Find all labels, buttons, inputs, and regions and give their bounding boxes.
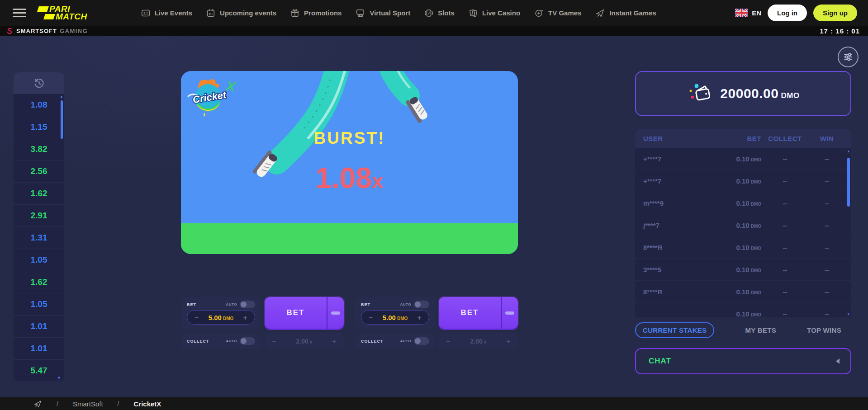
stakes-scroll-down-icon[interactable]: ▼ xyxy=(847,312,850,316)
tab-my-bets[interactable]: MY BETS xyxy=(745,322,776,338)
stake-row: m****9 0.10DMO -- -- xyxy=(635,192,851,214)
bet-button-side[interactable] xyxy=(327,297,344,329)
tab-current-stakes[interactable]: CURRENT STAKES xyxy=(635,322,714,338)
collect-decrease-button[interactable]: − xyxy=(444,337,452,345)
logo-line2: MATCH xyxy=(56,13,87,20)
bet-amount-value: 5.00DMO xyxy=(375,314,415,321)
stakes-tabs: CURRENT STAKES MY BETS TOP WINS xyxy=(635,322,851,338)
stakes-scrollbar[interactable] xyxy=(847,158,850,207)
collect-box: COLLECT AUTO xyxy=(181,333,261,349)
bet-amount-box: BET AUTO − 5.00DMO + xyxy=(355,297,435,329)
right-column: 20000.00DMO USER BET COLLECT WIN +****7 … xyxy=(635,71,851,374)
language-selector[interactable]: EN xyxy=(735,9,761,17)
bet-button-handle-icon xyxy=(331,311,340,315)
history-value[interactable]: 1.05 xyxy=(14,293,64,315)
gift-icon xyxy=(290,8,300,18)
history-value[interactable]: 1.62 xyxy=(14,183,64,204)
rocket-icon xyxy=(595,8,605,18)
history-value[interactable]: 3.82 xyxy=(14,138,64,160)
collect-multiplier-stepper: − 2.00x + xyxy=(265,333,344,349)
history-value[interactable]: 1.31 xyxy=(14,227,64,249)
bet-amount-value: 5.00DMO xyxy=(201,314,241,321)
chat-collapse-icon[interactable] xyxy=(836,358,840,364)
burst-status-text: BURST! xyxy=(181,129,518,148)
bet-increase-button[interactable]: + xyxy=(415,314,423,321)
auto-bet-label: AUTO xyxy=(226,302,237,306)
history-value[interactable]: 1.08 xyxy=(14,94,64,116)
main-nav: 2:1 Live Events Upcoming events Promotio… xyxy=(141,8,656,18)
stake-row: 8****R 0.10DMO -- -- xyxy=(635,281,851,302)
collect-multiplier-value: 2.00x xyxy=(278,338,330,345)
nav-live-events[interactable]: 2:1 Live Events xyxy=(141,8,192,18)
nav-virtual-sport[interactable]: Virtual Sport xyxy=(355,8,410,18)
nav-upcoming-events[interactable]: Upcoming events xyxy=(206,8,276,18)
nav-instant-games[interactable]: Instant Games xyxy=(595,8,656,18)
nav-label: Live Events xyxy=(155,9,192,17)
nav-label: Virtual Sport xyxy=(370,9,410,17)
signup-button[interactable]: Sign up xyxy=(813,5,857,21)
game-settings-button[interactable] xyxy=(838,47,859,67)
auto-collect-toggle[interactable] xyxy=(240,337,255,345)
breadcrumb-provider[interactable]: SmartSoft xyxy=(73,400,103,408)
hamburger-menu-icon[interactable] xyxy=(13,9,26,17)
auto-bet-toggle[interactable] xyxy=(414,301,429,308)
bet-decrease-button[interactable]: − xyxy=(193,314,201,321)
gamepad-icon xyxy=(355,8,365,18)
collect-increase-button[interactable]: + xyxy=(330,337,338,345)
current-stakes-table: USER BET COLLECT WIN +****7 0.10DMO -- -… xyxy=(635,129,851,317)
bet-label: BET xyxy=(187,302,196,307)
collect-increase-button[interactable]: + xyxy=(504,337,512,345)
chat-panel[interactable]: CHAT xyxy=(635,348,851,374)
login-button[interactable]: Log in xyxy=(768,5,807,21)
nav-promotions[interactable]: Promotions xyxy=(290,8,342,18)
history-value[interactable]: 2.56 xyxy=(14,160,64,182)
nav-live-casino[interactable]: Live Casino xyxy=(468,8,520,18)
bet-decrease-button[interactable]: − xyxy=(367,314,375,321)
stake-row: 3****5 0.10DMO -- -- xyxy=(635,259,851,280)
place-bet-button[interactable]: BET xyxy=(265,297,344,329)
header-win: WIN xyxy=(809,135,845,142)
history-scrollbar[interactable] xyxy=(61,100,63,139)
history-value[interactable]: 1.01 xyxy=(14,338,64,359)
cards-icon xyxy=(468,8,478,18)
breadcrumb-separator: / xyxy=(57,400,58,407)
collect-multiplier-value: 2.00x xyxy=(452,338,504,345)
language-code: EN xyxy=(752,9,761,17)
history-header[interactable] xyxy=(14,72,64,94)
logo-block xyxy=(43,14,55,19)
tab-top-wins[interactable]: TOP WINS xyxy=(807,322,841,338)
bet-amount-box: BET AUTO − 5.00DMO + xyxy=(181,297,261,329)
session-clock: 17 : 16 : 01 xyxy=(820,27,860,35)
bet-button-side[interactable] xyxy=(501,297,518,329)
auto-collect-label: AUTO xyxy=(400,339,411,343)
nav-slots[interactable]: 7 Slots xyxy=(424,8,455,18)
uk-flag-icon xyxy=(735,9,748,17)
history-value[interactable]: 1.15 xyxy=(14,116,64,138)
history-value[interactable]: 1.05 xyxy=(14,249,64,271)
wallet-balance-card[interactable]: 20000.00DMO xyxy=(635,71,851,116)
nav-tv-games[interactable]: TV Games xyxy=(534,8,581,18)
auto-bet-toggle[interactable] xyxy=(240,301,255,308)
stakes-scroll-up-icon[interactable]: ▲ xyxy=(847,149,850,153)
breadcrumb-separator: / xyxy=(118,400,119,407)
history-value[interactable]: 2.91 xyxy=(14,205,64,226)
collect-decrease-button[interactable]: − xyxy=(270,337,278,345)
bet-increase-button[interactable]: + xyxy=(241,314,249,321)
crash-multiplier: 1.08x xyxy=(181,161,518,195)
stake-row: j****7 0.10DMO -- -- xyxy=(635,214,851,236)
auto-bet-label: AUTO xyxy=(400,302,411,306)
game-canvas: Cricket X BURST! 1.08x xyxy=(181,71,518,254)
auto-collect-toggle[interactable] xyxy=(414,337,429,345)
stake-row: +****7 0.10DMO -- -- xyxy=(635,148,851,170)
provider-brand: SMARTSOFT xyxy=(16,28,57,34)
stake-row: +****7 0.10DMO -- -- xyxy=(635,170,851,192)
history-value[interactable]: 1.01 xyxy=(14,316,64,337)
parimatch-logo[interactable]: PARI MATCH xyxy=(38,5,87,20)
bet-panel-2: BET AUTO − 5.00DMO + BET xyxy=(355,297,518,349)
collect-label: COLLECT xyxy=(187,339,209,344)
history-value[interactable]: 1.62 xyxy=(14,271,64,293)
history-scroll-up-icon[interactable]: ▲ xyxy=(60,94,63,99)
history-scroll-down-icon[interactable]: ▼ xyxy=(57,376,61,380)
place-bet-button[interactable]: BET xyxy=(439,297,518,329)
header-collect: COLLECT xyxy=(761,135,809,142)
